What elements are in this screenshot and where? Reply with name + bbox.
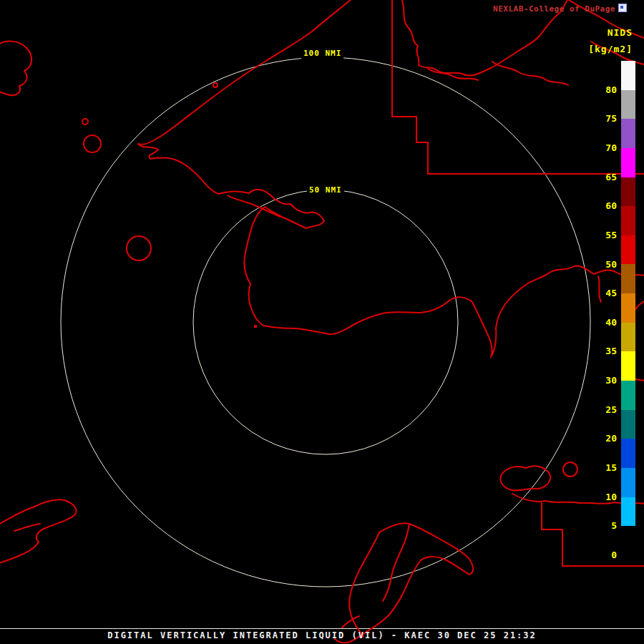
- colorbar-tick-label: 45: [598, 288, 617, 299]
- colorbar-tick-label: 15: [598, 462, 617, 474]
- coastline-path: [349, 532, 379, 637]
- colorbar-tick-label: 60: [598, 200, 617, 212]
- range-ring-100nmi: [61, 57, 590, 587]
- colorbar-segment-40-45: [621, 293, 635, 323]
- island-outline: [563, 462, 577, 477]
- island-outline: [0, 499, 76, 563]
- range-rings: [61, 57, 590, 587]
- colorbar-segment-35-40: [621, 323, 635, 352]
- coastline-path: [0, 41, 31, 95]
- colorbar-tick-label: 50: [598, 259, 617, 270]
- colorbar-tick-label: 0: [598, 550, 617, 561]
- coastline-overlay: [0, 0, 644, 643]
- colorbar-segment-75-80: [621, 90, 635, 119]
- colorbar-tick-label: 25: [598, 404, 617, 416]
- colorbar-tick-label: 55: [598, 230, 617, 241]
- colorbar-tick-label: 35: [598, 346, 617, 357]
- island-outline: [84, 135, 101, 152]
- colorbar-segment-80-85: [621, 61, 635, 90]
- radar-display: 100 NMI 50 NMI NEXLAB-College of DuPage …: [0, 0, 644, 644]
- island-outline: [127, 236, 151, 260]
- colorbar-tick-label: 65: [598, 172, 617, 183]
- colorbar-tick-label: 5: [598, 520, 617, 532]
- colorbar-segment-60-65: [621, 177, 635, 207]
- colorbar-tick-label: 10: [598, 492, 617, 503]
- colorbar-ticks: 80757065605550454035302520151050: [598, 0, 617, 644]
- colorbar-segments: [621, 61, 635, 555]
- lake-outline: [500, 466, 550, 490]
- coastline-path: [428, 69, 478, 80]
- colorbar-tick-label: 20: [598, 433, 617, 444]
- colorbar-segment-65-70: [621, 148, 635, 177]
- range-ring-label-100nmi: 100 NMI: [301, 48, 343, 59]
- colorbar-tick-label: 30: [598, 375, 617, 386]
- colorbar-tick-label: 40: [598, 317, 617, 328]
- brand-text: NEXLAB-College of DuPage: [493, 4, 615, 14]
- range-ring-50nmi: [193, 190, 458, 454]
- colorbar-segment-20-25: [621, 410, 635, 439]
- coastline-path: [492, 62, 568, 85]
- range-ring-label-50nmi: 50 NMI: [307, 185, 344, 195]
- island-outline: [82, 119, 88, 125]
- colorbar-segment-0-5: [621, 526, 635, 555]
- product-title: DIGITAL VERTICALLY INTEGRATED LIQUID (VI…: [0, 630, 644, 640]
- colorbar-tick-label: 70: [598, 142, 617, 154]
- colorbar-segment-45-50: [621, 264, 635, 293]
- coastline-path: [14, 524, 40, 531]
- colorbar-tick-label: 75: [598, 113, 617, 125]
- town-marker: [254, 325, 257, 328]
- colorbar-segment-25-30: [621, 381, 635, 410]
- nexlab-logo-icon: [618, 4, 627, 12]
- island-outline: [213, 83, 218, 87]
- radar-map: [0, 0, 644, 644]
- colorbar-tick-label: 80: [598, 84, 617, 96]
- colorbar-segment-70-75: [621, 119, 635, 148]
- coastline-path: [228, 195, 280, 217]
- colorbar-segment-10-15: [621, 468, 635, 497]
- colorbar-segment-15-20: [621, 439, 635, 468]
- colorbar-segment-30-35: [621, 351, 635, 381]
- coastline-path: [138, 0, 644, 357]
- colorbar-segment-5-10: [621, 497, 635, 527]
- colorbar-segment-50-55: [621, 235, 635, 265]
- colorbar-segment-55-60: [621, 206, 635, 235]
